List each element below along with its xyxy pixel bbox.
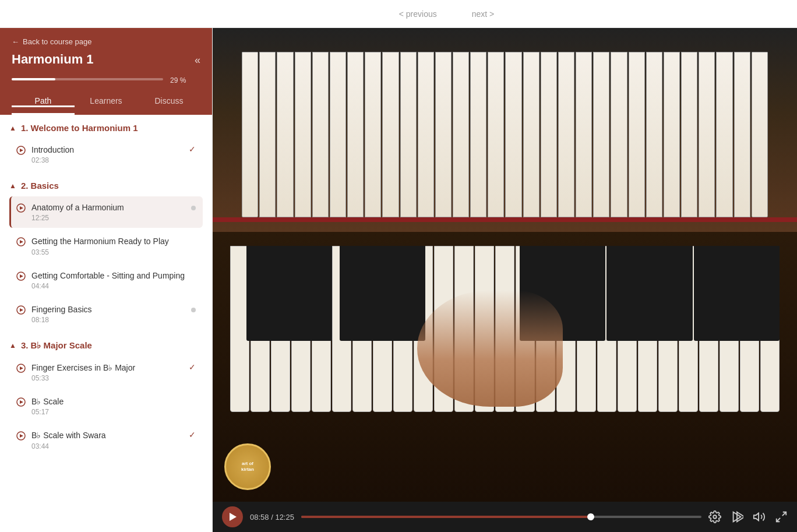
sidebar-title-row: Harmonium 1 «: [12, 52, 200, 74]
section-1-header[interactable]: ▲ 1. Welcome to Harmonium 1: [0, 115, 212, 139]
volume-icon[interactable]: [753, 510, 766, 523]
section-1-lessons: Introduction 02:38 ✓: [0, 139, 212, 170]
video-wrapper[interactable]: art of kirtan: [213, 28, 797, 502]
svg-marker-20: [754, 513, 759, 521]
video-progress-thumb: [587, 513, 594, 520]
video-progress-track[interactable]: [301, 516, 701, 518]
speed-icon[interactable]: [731, 510, 743, 523]
svg-marker-13: [20, 400, 23, 404]
svg-point-17: [713, 515, 717, 519]
svg-line-21: [782, 512, 786, 516]
lesson-finger-bb[interactable]: Finger Exercises in B♭ Major 05:33 ✓: [9, 357, 203, 388]
lesson-dot-indicator: [191, 206, 196, 210]
lesson-anatomy[interactable]: Anatomy of a Harmonium 12:25: [9, 196, 203, 228]
play-circle-icon-8: [16, 431, 26, 443]
lesson-check-2: ✓: [189, 362, 196, 372]
lesson-bb-scale[interactable]: B♭ Scale 05:17: [9, 390, 203, 422]
section-1-title: 1. Welcome to Harmonium 1: [21, 123, 138, 133]
previous-link[interactable]: < previous: [399, 9, 437, 19]
back-arrow-icon: ←: [12, 37, 19, 46]
svg-marker-5: [20, 240, 23, 244]
sidebar-header: ← Back to course page Harmonium 1 « 29 %…: [0, 28, 212, 115]
video-frame: art of kirtan: [213, 28, 797, 502]
progress-fill: [12, 78, 55, 80]
control-icons: [708, 510, 788, 523]
main-layout: ← Back to course page Harmonium 1 « 29 %…: [0, 28, 797, 532]
badge-overlay: art of kirtan: [224, 443, 271, 490]
sidebar: ← Back to course page Harmonium 1 « 29 %…: [0, 28, 213, 532]
play-circle-icon-3: [16, 237, 26, 249]
lesson-get-ready[interactable]: Getting the Harmonium Ready to Play 03:5…: [9, 230, 203, 262]
tab-path[interactable]: Path: [12, 90, 75, 115]
hand-overlay: [417, 290, 563, 407]
total-time: 12:25: [275, 513, 294, 522]
course-progress: 29 %: [12, 74, 200, 84]
play-circle-icon-7: [16, 397, 26, 409]
video-controls: 08:58 / 12:25: [213, 502, 797, 532]
progress-track: [12, 78, 163, 80]
sidebar-content: ▲ 1. Welcome to Harmonium 1: [0, 115, 212, 532]
lesson-sitting[interactable]: Getting Comfortable - Sitting and Pumpin…: [9, 265, 203, 296]
section-bb-scale: ▲ 3. B♭ Major Scale: [0, 332, 212, 456]
badge-text-line2: kirtan: [241, 467, 254, 473]
play-button[interactable]: [222, 506, 243, 527]
play-circle-icon-6: [16, 364, 26, 375]
section-basics: ▲ 2. Basics: [0, 172, 212, 330]
collapse-button[interactable]: «: [195, 54, 200, 66]
section-3-title: 3. B♭ Major Scale: [21, 340, 92, 351]
settings-icon[interactable]: [708, 510, 721, 523]
section-3-toggle[interactable]: ▲: [9, 341, 16, 350]
section-3-header[interactable]: ▲ 3. B♭ Major Scale: [0, 332, 212, 357]
fullscreen-icon[interactable]: [775, 510, 788, 523]
lesson-bb-swara[interactable]: B♭ Scale with Swara 03:44 ✓: [9, 424, 203, 456]
play-circle-icon: [16, 146, 26, 157]
course-title: Harmonium 1: [12, 52, 94, 67]
section-2-title: 2. Basics: [21, 181, 59, 191]
section-3-lessons: Finger Exercises in B♭ Major 05:33 ✓: [0, 357, 212, 456]
svg-marker-3: [20, 206, 23, 210]
top-nav: < previous next >: [399, 9, 495, 19]
play-circle-icon-5: [16, 305, 26, 317]
svg-marker-1: [20, 149, 23, 152]
current-time: 08:58: [250, 513, 269, 522]
section-1-toggle[interactable]: ▲: [9, 124, 16, 132]
svg-marker-9: [20, 308, 23, 312]
section-2-header[interactable]: ▲ 2. Basics: [0, 172, 212, 196]
video-progress-fill: [301, 516, 591, 518]
progress-percent: 29 %: [170, 76, 186, 84]
section-2-lessons: Anatomy of a Harmonium 12:25: [0, 196, 212, 330]
section-welcome: ▲ 1. Welcome to Harmonium 1: [0, 115, 212, 170]
lesson-completed-check: ✓: [189, 145, 196, 154]
sidebar-tabs: Path Learners Discuss: [12, 90, 200, 115]
time-display: 08:58 / 12:25: [250, 513, 294, 522]
svg-line-22: [777, 518, 780, 522]
tab-discuss[interactable]: Discuss: [137, 90, 200, 115]
play-circle-icon-2: [16, 203, 26, 215]
next-link[interactable]: next >: [472, 9, 495, 19]
svg-marker-11: [20, 367, 23, 370]
svg-marker-15: [20, 434, 23, 438]
top-bar: < previous next >: [0, 0, 797, 28]
svg-marker-7: [20, 274, 23, 278]
lesson-dot-2: [191, 308, 196, 312]
badge-text-line1: art of: [242, 461, 253, 467]
section-2-toggle[interactable]: ▲: [9, 182, 16, 190]
tab-learners[interactable]: Learners: [75, 90, 137, 115]
lesson-check-3: ✓: [189, 430, 196, 439]
play-circle-icon-4: [16, 272, 26, 283]
svg-marker-16: [230, 513, 237, 521]
lesson-fingering[interactable]: Fingering Basics 08:18: [9, 298, 203, 330]
lesson-introduction[interactable]: Introduction 02:38 ✓: [9, 139, 203, 170]
video-area: art of kirtan 08:58 / 12:25: [213, 28, 797, 532]
badge-circle: art of kirtan: [224, 443, 271, 490]
back-to-course[interactable]: ← Back to course page: [12, 37, 200, 46]
